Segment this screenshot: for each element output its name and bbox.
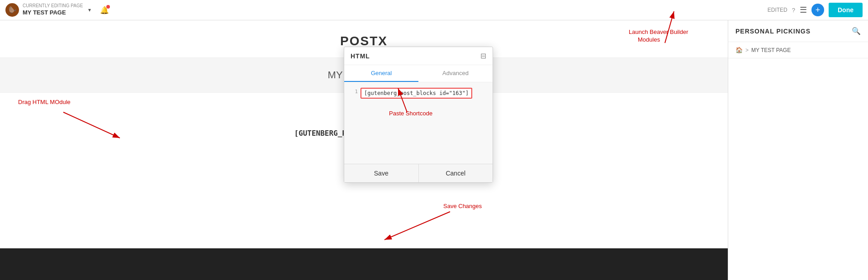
code-input[interactable]: [gutenberg_post_blocks id="163"] <box>360 88 472 99</box>
done-button[interactable]: Done <box>829 3 863 17</box>
hamburger-menu-icon[interactable]: ☰ <box>800 5 807 15</box>
top-bar: 🦫 CURRENTLY EDITING PAGE MY TEST PAGE ▾ … <box>0 0 868 20</box>
cancel-button[interactable]: Cancel <box>419 164 493 182</box>
breadcrumb: 🏠 > MY TEST PAGE <box>728 42 868 58</box>
breadcrumb-page: MY TEST PAGE <box>751 47 791 53</box>
current-page-name: MY TEST PAGE <box>23 9 66 16</box>
beaver-logo: 🦫 <box>5 3 19 17</box>
html-editor-area[interactable]: 1 [gutenberg_post_blocks id="163"] <box>344 82 493 164</box>
main-content: POSTX MY TEST PAGE [GUTENBERG_POST_BLOCK… <box>0 20 868 280</box>
line-number: 1 <box>349 88 358 95</box>
html-panel-title: HTML <box>351 52 370 60</box>
help-icon[interactable]: ? <box>792 7 795 14</box>
page-footer <box>0 248 728 280</box>
sidebar-title: PERSONAL PICKINGS <box>735 28 811 35</box>
page-selector-chevron[interactable]: ▾ <box>88 7 91 13</box>
minimize-icon[interactable]: ⊟ <box>480 52 486 60</box>
html-panel: HTML ⊟ General Advanced 1 [gutenberg_pos… <box>344 47 493 183</box>
add-content-button[interactable]: + <box>811 4 824 16</box>
notification-badge <box>106 5 110 9</box>
edited-status: EDITED <box>768 7 787 13</box>
sidebar-header: PERSONAL PICKINGS 🔍 <box>728 20 868 42</box>
sidebar-search-icon[interactable]: 🔍 <box>852 27 861 35</box>
top-bar-right: EDITED ? ☰ + Done <box>768 3 863 17</box>
top-bar-left: 🦫 CURRENTLY EDITING PAGE MY TEST PAGE ▾ … <box>5 3 109 17</box>
breadcrumb-home-icon[interactable]: 🏠 <box>735 47 743 53</box>
breadcrumb-separator: > <box>745 47 749 53</box>
html-panel-footer: Save Cancel <box>344 164 493 182</box>
html-panel-tabs: General Advanced <box>344 65 493 82</box>
editing-label: CURRENTLY EDITING PAGE <box>23 4 83 8</box>
tab-advanced[interactable]: Advanced <box>418 65 493 82</box>
tab-general[interactable]: General <box>344 65 418 82</box>
right-sidebar: PERSONAL PICKINGS 🔍 🏠 > MY TEST PAGE <box>728 20 868 280</box>
html-panel-header: HTML ⊟ <box>344 47 493 65</box>
editor-line-1: 1 [gutenberg_post_blocks id="163"] <box>349 88 488 99</box>
editing-info: CURRENTLY EDITING PAGE MY TEST PAGE <box>23 4 83 16</box>
save-button[interactable]: Save <box>344 164 419 182</box>
